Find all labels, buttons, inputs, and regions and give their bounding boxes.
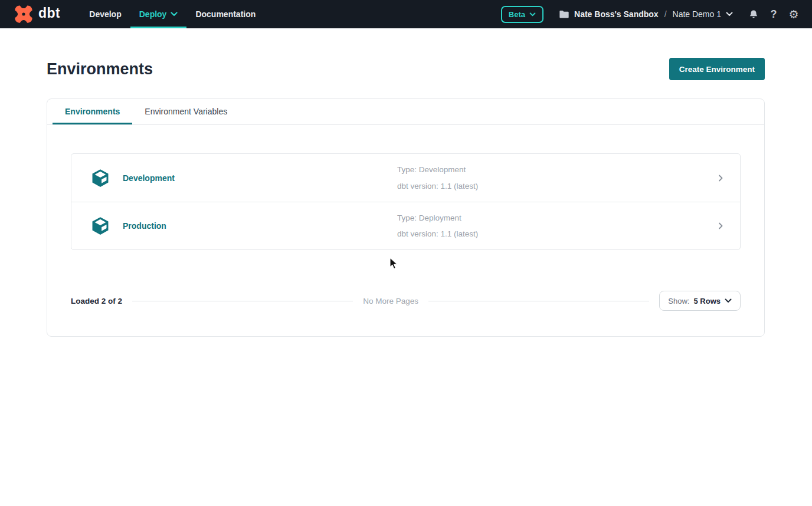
show-value: 5 Rows — [693, 297, 721, 305]
show-label: Show: — [668, 297, 689, 305]
settings-gear-icon[interactable]: ⚙ — [787, 8, 800, 21]
row-left: Development — [90, 168, 397, 188]
brand-name: dbt — [38, 6, 60, 22]
environment-name: Development — [123, 173, 175, 183]
divider-line — [132, 301, 353, 301]
environments-card: Environments Environment Variables Devel… — [47, 98, 765, 337]
chevron-down-icon — [726, 12, 733, 17]
account-project-switcher[interactable]: Nate Boss's Sandbox / Nate Demo 1 — [559, 9, 733, 19]
nav-item-develop[interactable]: Develop — [80, 0, 130, 28]
navbar-right: Beta Nate Boss's Sandbox / Nate Demo 1 — [501, 6, 800, 23]
navbar-icon-group: ? ⚙ — [747, 8, 800, 21]
nav-item-label: Develop — [89, 9, 121, 19]
breadcrumb-separator: / — [664, 9, 667, 19]
environment-cube-icon — [90, 168, 110, 188]
page-title: Environments — [47, 60, 153, 78]
chevron-right-icon — [716, 174, 725, 182]
folder-icon — [559, 10, 569, 19]
beta-dropdown[interactable]: Beta — [501, 6, 543, 23]
create-environment-button[interactable]: Create Environment — [669, 58, 765, 80]
no-more-pages-label: No More Pages — [363, 297, 418, 305]
environment-type: Type: Deployment — [397, 214, 716, 222]
nav-item-label: Documentation — [195, 9, 256, 19]
page-header: Environments Create Environment — [0, 58, 812, 80]
row-meta: Type: Development dbt version: 1.1 (late… — [397, 166, 716, 190]
pagination-bar: Loaded 2 of 2 No More Pages Show: 5 Rows — [71, 291, 741, 311]
nav-item-documentation[interactable]: Documentation — [186, 0, 264, 28]
row-meta: Type: Deployment dbt version: 1.1 (lates… — [397, 214, 716, 238]
environment-version: dbt version: 1.1 (latest) — [397, 230, 716, 238]
tab-environments[interactable]: Environments — [53, 99, 132, 124]
primary-nav: Develop Deploy Documentation — [80, 0, 264, 28]
environment-name: Production — [123, 221, 166, 231]
help-icon[interactable]: ? — [767, 8, 780, 21]
environment-version: dbt version: 1.1 (latest) — [397, 182, 716, 190]
dbt-brand[interactable]: dbt — [13, 4, 60, 25]
nav-item-deploy[interactable]: Deploy — [130, 0, 187, 28]
beta-label: Beta — [509, 10, 525, 19]
chevron-down-icon — [171, 12, 178, 17]
account-name: Nate Boss's Sandbox — [574, 9, 659, 19]
divider-line — [428, 301, 649, 301]
nav-item-label: Deploy — [139, 9, 167, 19]
card-tabbar: Environments Environment Variables — [47, 99, 764, 125]
loaded-count-label: Loaded 2 of 2 — [71, 297, 122, 305]
environment-row-production[interactable]: Production Type: Deployment dbt version:… — [71, 202, 740, 249]
tab-environment-variables[interactable]: Environment Variables — [132, 99, 240, 124]
chevron-right-icon — [716, 222, 725, 230]
dbt-logo-icon — [13, 4, 34, 25]
top-navbar: dbt Develop Deploy Documentation Beta Na… — [0, 0, 812, 28]
environment-cube-icon — [90, 216, 110, 236]
notifications-bell-icon[interactable] — [747, 8, 760, 21]
chevron-down-icon — [725, 298, 732, 303]
chevron-down-icon — [529, 12, 536, 17]
environment-row-development[interactable]: Development Type: Development dbt versio… — [71, 154, 740, 202]
environment-list: Development Type: Development dbt versio… — [71, 153, 741, 250]
row-left: Production — [90, 216, 397, 236]
project-name: Nate Demo 1 — [673, 9, 721, 19]
rows-per-page-dropdown[interactable]: Show: 5 Rows — [659, 291, 741, 311]
environment-type: Type: Development — [397, 166, 716, 174]
